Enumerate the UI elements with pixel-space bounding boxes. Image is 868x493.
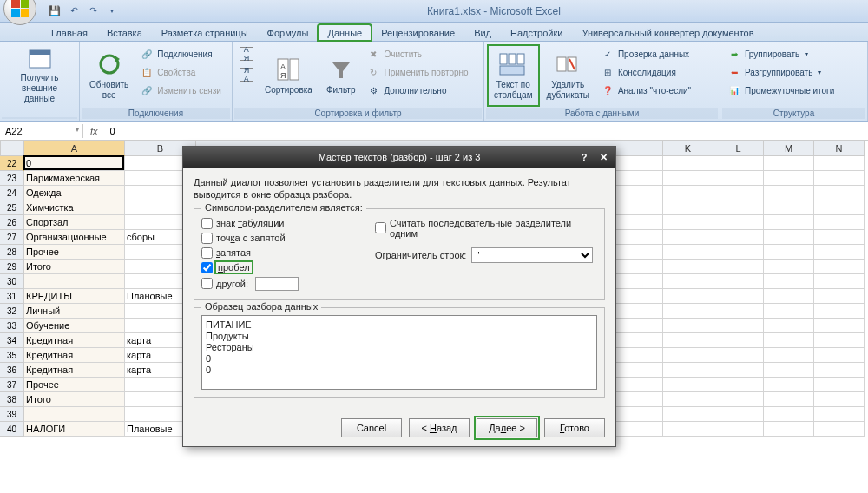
cell[interactable] [814, 260, 865, 274]
cell[interactable] [713, 200, 764, 215]
cell[interactable]: Организационные [24, 230, 125, 245]
cell[interactable]: Спортзал [24, 215, 125, 230]
subtotal-button[interactable]: 📊Промежуточные итоги [724, 82, 838, 99]
cell[interactable] [663, 304, 713, 319]
select-all-corner[interactable] [0, 141, 24, 156]
cell[interactable] [764, 260, 814, 274]
cell[interactable] [764, 171, 814, 186]
help-button[interactable]: ? [575, 150, 593, 164]
cell[interactable] [663, 422, 713, 437]
cell[interactable] [814, 289, 865, 304]
row-header[interactable]: 25 [0, 200, 24, 215]
sort-button[interactable]: АЯ Сортировка [259, 45, 319, 106]
undo-icon[interactable]: ↶ [66, 3, 82, 19]
cell[interactable]: Кредитная [24, 363, 125, 378]
cell[interactable] [814, 392, 865, 407]
cell[interactable] [764, 348, 814, 363]
qat-customize-icon[interactable]: ▾ [104, 3, 120, 19]
fx-button[interactable]: fx [90, 126, 98, 136]
row-header[interactable]: 30 [0, 274, 24, 289]
cell[interactable] [814, 156, 865, 171]
tab-converter[interactable]: Универсальный конвертер документов [572, 24, 763, 41]
row-header[interactable]: 27 [0, 230, 24, 245]
consecutive-checkbox[interactable] [375, 222, 386, 233]
cell[interactable] [24, 407, 125, 422]
cell[interactable] [713, 407, 764, 422]
cell[interactable]: КРЕДИТЫ [24, 289, 125, 304]
tab-checkbox[interactable] [201, 218, 213, 229]
finish-button[interactable]: Готово [544, 418, 605, 437]
cell[interactable] [814, 171, 865, 186]
cell[interactable] [764, 274, 814, 289]
cell[interactable] [713, 245, 764, 260]
cell[interactable] [814, 186, 865, 200]
cell[interactable]: Кредитная [24, 348, 125, 363]
row-header[interactable]: 24 [0, 186, 24, 200]
cell[interactable]: Кредитная [24, 333, 125, 348]
row-header[interactable]: 35 [0, 348, 24, 363]
space-label[interactable]: пробел [216, 262, 252, 273]
close-button[interactable]: ✕ [595, 150, 612, 164]
column-header[interactable]: N [814, 141, 865, 156]
get-external-data-button[interactable]: Получить внешние данные [3, 45, 76, 106]
cell[interactable] [814, 245, 865, 260]
cell[interactable] [663, 260, 713, 274]
text-qualifier-select[interactable]: " [471, 247, 593, 263]
tab-label[interactable]: знак табуляции [216, 218, 284, 228]
cell[interactable] [663, 363, 713, 378]
cell[interactable] [663, 245, 713, 260]
cell[interactable] [814, 304, 865, 319]
back-button[interactable]: < Назад [409, 418, 470, 437]
cell[interactable]: Прочее [24, 378, 125, 392]
cell[interactable] [663, 392, 713, 407]
cell[interactable] [663, 171, 713, 186]
cell[interactable] [713, 215, 764, 230]
redo-icon[interactable]: ↷ [85, 3, 101, 19]
row-header[interactable]: 38 [0, 392, 24, 407]
name-box[interactable]: A22 [0, 124, 83, 138]
sort-desc-button[interactable]: ЯА [236, 66, 257, 83]
cell[interactable] [713, 333, 764, 348]
cell[interactable] [713, 363, 764, 378]
cell[interactable] [713, 171, 764, 186]
text-to-columns-button[interactable]: Текст по столбцам [488, 45, 539, 106]
office-button[interactable] [3, 0, 36, 25]
cell[interactable] [764, 186, 814, 200]
cell[interactable] [713, 348, 764, 363]
row-header[interactable]: 32 [0, 304, 24, 319]
tab-insert[interactable]: Вставка [97, 24, 152, 41]
cell[interactable] [814, 348, 865, 363]
row-header[interactable]: 26 [0, 215, 24, 230]
cell[interactable]: Личный [24, 304, 125, 319]
column-header[interactable]: K [663, 141, 713, 156]
dialog-titlebar[interactable]: Мастер текстов (разбор) - шаг 2 из 3 ? ✕ [183, 147, 615, 168]
cell[interactable] [814, 407, 865, 422]
row-header[interactable]: 23 [0, 171, 24, 186]
semicolon-checkbox[interactable] [201, 233, 213, 244]
cell[interactable] [713, 289, 764, 304]
data-validation-button[interactable]: ✓Проверка данных [597, 45, 694, 62]
cell[interactable]: Одежда [24, 186, 125, 200]
cancel-button[interactable]: Cancel [341, 418, 402, 437]
ungroup-button[interactable]: ⬅Разгруппировать▾ [724, 63, 838, 81]
row-header[interactable]: 33 [0, 319, 24, 333]
sort-asc-button[interactable]: АЯ [236, 45, 257, 62]
formula-input[interactable] [105, 124, 868, 138]
column-header[interactable]: L [713, 141, 764, 156]
other-label[interactable]: другой: [216, 279, 248, 289]
cell[interactable] [663, 274, 713, 289]
cell[interactable] [814, 422, 865, 437]
cell[interactable] [764, 333, 814, 348]
cell[interactable] [713, 260, 764, 274]
cell[interactable] [814, 319, 865, 333]
column-header[interactable]: A [24, 141, 125, 156]
whatif-button[interactable]: ❓Анализ "что-если" [597, 82, 694, 99]
cell[interactable]: Итого [24, 392, 125, 407]
cell[interactable] [814, 274, 865, 289]
preview-box[interactable]: ПИТАНИЕПродуктыРестораны00 [201, 315, 597, 390]
cell[interactable] [663, 319, 713, 333]
row-header[interactable]: 22 [0, 156, 24, 171]
cell[interactable] [663, 289, 713, 304]
cell[interactable] [713, 274, 764, 289]
cell[interactable] [764, 363, 814, 378]
